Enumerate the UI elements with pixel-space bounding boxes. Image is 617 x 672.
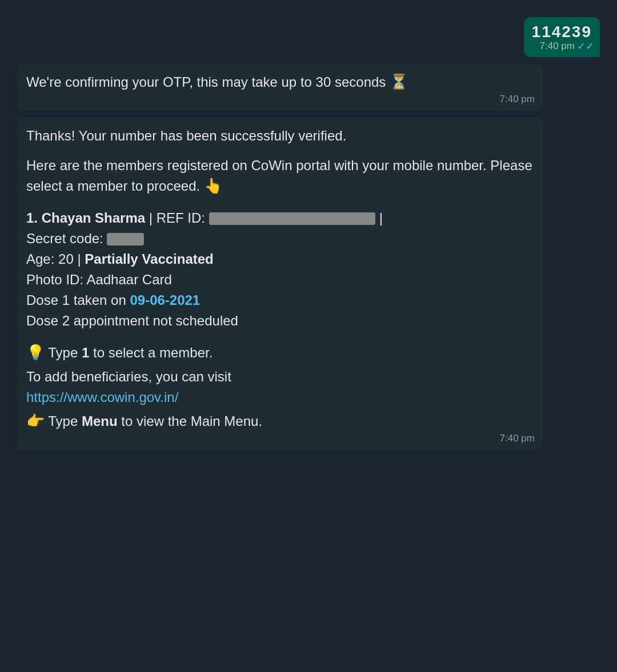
member-number: 1. — [26, 210, 38, 226]
photo-id-line: Photo ID: Aadhaar Card — [26, 269, 534, 290]
otp-confirm-text: We're confirming your OTP, this may take… — [26, 74, 408, 90]
hourglass-emoji: ⏳ — [390, 73, 408, 90]
secret-code-line: Secret code: ████ — [26, 228, 534, 249]
secret-label: Secret code: — [26, 231, 107, 246]
type-one-text: Type 1 to select a member. — [48, 345, 213, 360]
dose1-date: 09-06-2021 — [130, 292, 200, 308]
dose1-line: Dose 1 taken on 09-06-2021 — [26, 290, 534, 311]
sent-message-row: 114239 7:40 pm ✓✓ — [11, 17, 606, 57]
member-name-line: 1. Chayan Sharma | REF ID: █████████████… — [26, 208, 534, 228]
age-text: Age: 20 | — [26, 251, 85, 267]
menu-emoji: 👉 — [26, 412, 45, 429]
chat-container: 114239 7:40 pm ✓✓ We're confirming your … — [11, 17, 606, 450]
otp-confirm-bubble: We're confirming your OTP, this may take… — [17, 64, 543, 111]
add-beneficiary-line: To add beneficiaries, you can visit — [26, 367, 534, 387]
otp-sent-bubble: 114239 7:40 pm ✓✓ — [524, 17, 600, 57]
pipe-separator-1: | REF ID: — [149, 210, 209, 226]
ref-id-redacted: ████████████████████ — [209, 212, 375, 225]
otp-confirm-row: We're confirming your OTP, this may take… — [11, 64, 606, 111]
action-section: 💡 Type 1 to select a member. To add bene… — [26, 343, 534, 432]
cowin-link-line: https://www.cowin.gov.in/ — [26, 387, 534, 408]
member-name: Chayan Sharma — [42, 210, 145, 226]
photo-id-value: Aadhaar Card — [86, 272, 171, 287]
verified-text: Thanks! Your number has been successfull… — [26, 126, 534, 146]
member-intro-text: Here are the members registered on CoWin… — [26, 155, 534, 196]
vaccination-status: Partially Vaccinated — [85, 251, 213, 267]
dose2-line: Dose 2 appointment not scheduled — [26, 311, 534, 331]
type-one-line: 💡 Type 1 to select a member. — [26, 343, 534, 363]
otp-confirm-timestamp: 7:40 pm — [500, 92, 535, 107]
sent-timestamp: 7:40 pm ✓✓ — [540, 40, 594, 53]
menu-line: 👉 Type Menu to view the Main Menu. — [26, 411, 534, 432]
secret-redacted: ████ — [107, 233, 144, 246]
member-info-timestamp: 7:40 pm — [500, 431, 535, 446]
menu-instruction-text: Type Menu to view the Main Menu. — [48, 413, 262, 429]
member-block: 1. Chayan Sharma | REF ID: █████████████… — [26, 208, 534, 331]
photo-id-label: Photo ID: — [26, 272, 86, 287]
point-emoji: 👆 — [204, 177, 222, 194]
double-tick-icon: ✓✓ — [577, 40, 594, 53]
cowin-link[interactable]: https://www.cowin.gov.in/ — [26, 389, 178, 405]
member-info-bubble: Thanks! Your number has been successfull… — [17, 118, 543, 450]
otp-code-text: 114239 — [532, 23, 592, 41]
age-vaccination-line: Age: 20 | Partially Vaccinated — [26, 249, 534, 269]
bulb-emoji: 💡 — [26, 344, 45, 361]
member-info-row: Thanks! Your number has been successfull… — [11, 118, 606, 450]
pipe-separator-2: | — [379, 210, 383, 226]
dose1-label: Dose 1 taken on — [26, 292, 130, 308]
